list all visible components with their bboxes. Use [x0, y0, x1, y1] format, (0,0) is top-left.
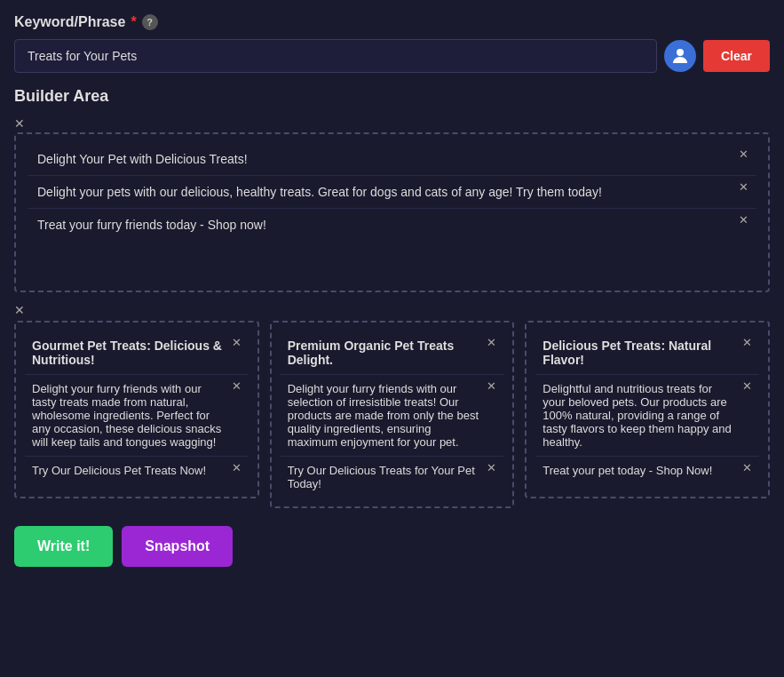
col-1-headline-close[interactable]: ✕ — [232, 337, 242, 348]
col-1-description-row: Delight your furry friends with our tast… — [25, 375, 249, 457]
builder-title: Builder Area — [14, 87, 770, 106]
col-3-dashed: Delicious Pet Treats: Natural Flavor! ✕ … — [525, 321, 770, 498]
top-description-text: Delight your pets with our delicious, he… — [37, 185, 602, 199]
col-3-cta-row: Treat your pet today - Shop Now! ✕ — [535, 457, 759, 484]
keyword-row: Clear — [14, 39, 770, 73]
col-1-headline-row: Gourmet Pet Treats: Delicious & Nutritio… — [25, 331, 249, 375]
top-cta-text: Treat your furry friends today - Shop no… — [37, 218, 266, 232]
col-2-headline-close[interactable]: ✕ — [487, 337, 496, 348]
col-2-dashed: Premium Organic Pet Treats Delight. ✕ De… — [270, 321, 515, 508]
svg-point-0 — [677, 49, 684, 56]
col-2-description-row: Delight your furry friends with our sele… — [281, 375, 504, 457]
col-1-cta-text: Try Our Delicious Pet Treats Now! — [32, 464, 206, 477]
col-3-description-text: Delightful and nutritious treats for you… — [542, 382, 731, 449]
top-section-outer-close[interactable]: ✕ — [14, 116, 770, 131]
top-headline-row: Delight Your Pet with Delicious Treats! … — [28, 143, 756, 176]
col-1-headline-text: Gourmet Pet Treats: Delicious & Nutritio… — [32, 338, 222, 367]
col-1-cta-close[interactable]: ✕ — [232, 462, 242, 474]
col-1-dashed: Gourmet Pet Treats: Delicious & Nutritio… — [14, 321, 259, 498]
top-cta-row: Treat your furry friends today - Shop no… — [28, 209, 756, 241]
avatar — [664, 40, 696, 72]
column-2: Premium Organic Pet Treats Delight. ✕ De… — [270, 321, 515, 508]
col-3-headline-close[interactable]: ✕ — [742, 337, 752, 348]
col-3-headline-text: Delicious Pet Treats: Natural Flavor! — [542, 338, 711, 367]
top-description-close[interactable]: ✕ — [739, 181, 748, 193]
top-dashed-box: Delight Your Pet with Delicious Treats! … — [14, 132, 770, 292]
help-icon[interactable]: ? — [142, 14, 158, 30]
col-3-description-close[interactable]: ✕ — [742, 380, 752, 392]
write-it-button[interactable]: Write it! — [14, 526, 113, 567]
col-2-description-close[interactable]: ✕ — [487, 380, 496, 392]
column-3: Delicious Pet Treats: Natural Flavor! ✕ … — [525, 321, 770, 508]
col-2-cta-text: Try Our Delicious Treats for Your Pet To… — [288, 464, 475, 490]
col-2-headline-row: Premium Organic Pet Treats Delight. ✕ — [281, 331, 504, 375]
label-text: Keyword/Phrase — [14, 14, 125, 30]
columns-grid: Gourmet Pet Treats: Delicious & Nutritio… — [14, 321, 770, 508]
col-1-description-close[interactable]: ✕ — [232, 380, 242, 392]
col-2-cta-close[interactable]: ✕ — [487, 462, 496, 474]
col-1-description-text: Delight your furry friends with our tast… — [32, 382, 221, 449]
top-cta-close[interactable]: ✕ — [739, 214, 748, 226]
clear-button[interactable]: Clear — [703, 40, 770, 72]
column-1: Gourmet Pet Treats: Delicious & Nutritio… — [14, 321, 259, 508]
top-description-row: Delight your pets with our delicious, he… — [28, 176, 756, 209]
col-2-headline-text: Premium Organic Pet Treats Delight. — [288, 338, 455, 367]
col-1-cta-row: Try Our Delicious Pet Treats Now! ✕ — [25, 457, 249, 484]
top-section: Delight Your Pet with Delicious Treats! … — [14, 132, 770, 292]
col-3-headline-row: Delicious Pet Treats: Natural Flavor! ✕ — [535, 331, 759, 375]
bottom-bar: Write it! Snapshot — [14, 526, 770, 567]
top-headline-close[interactable]: ✕ — [739, 148, 748, 160]
col-2-description-text: Delight your furry friends with our sele… — [288, 382, 479, 449]
col-2-cta-row: Try Our Delicious Treats for Your Pet To… — [281, 457, 504, 498]
keyword-input[interactable] — [14, 39, 657, 73]
required-marker: * — [131, 14, 136, 30]
col-3-description-row: Delightful and nutritious treats for you… — [535, 375, 759, 457]
top-headline-text: Delight Your Pet with Delicious Treats! — [37, 152, 248, 166]
col-3-cta-close[interactable]: ✕ — [742, 462, 752, 474]
columns-outer-close[interactable]: ✕ — [14, 303, 770, 317]
snapshot-button[interactable]: Snapshot — [122, 526, 233, 567]
keyword-label: Keyword/Phrase * ? — [14, 14, 770, 30]
col-3-cta-text: Treat your pet today - Shop Now! — [542, 464, 712, 477]
